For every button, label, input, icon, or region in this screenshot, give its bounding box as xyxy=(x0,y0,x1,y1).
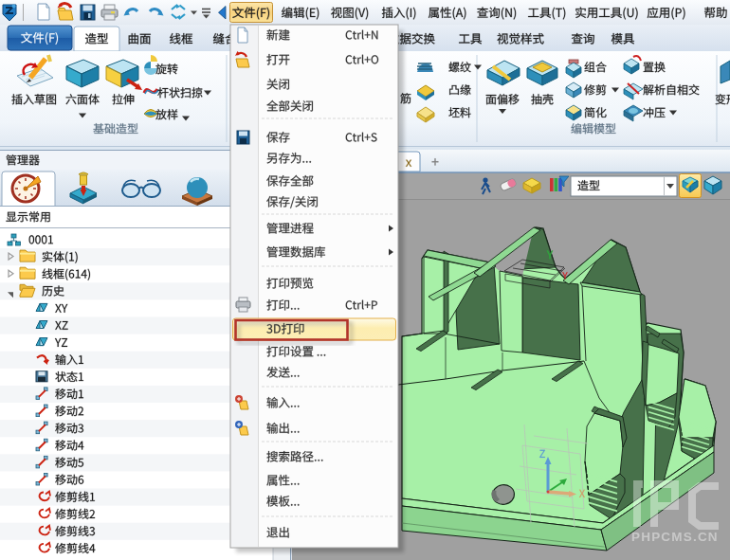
svg-text:PHPCMS.CN: PHPCMS.CN xyxy=(631,530,719,544)
